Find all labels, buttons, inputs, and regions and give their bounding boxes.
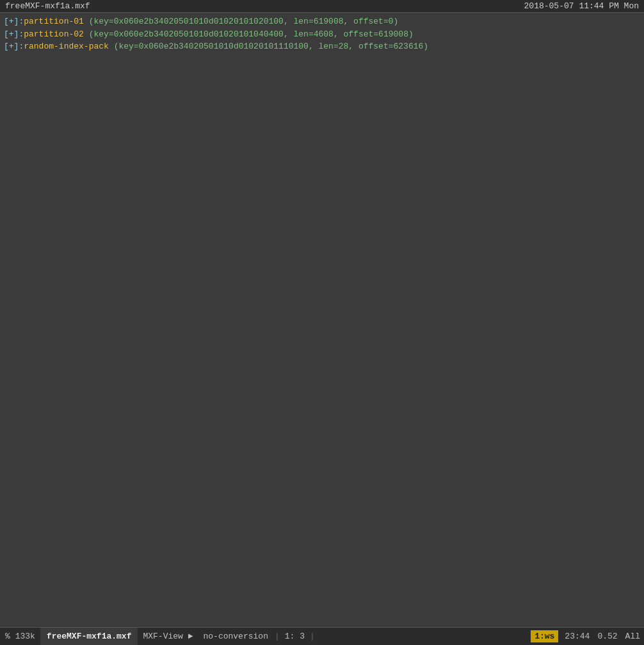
status-all: All bbox=[622, 632, 644, 641]
status-score: 0.52 bbox=[593, 632, 621, 641]
code-line: [+]:random-index-pack (key=0x060e2b34020… bbox=[4, 40, 640, 53]
line-prefix: [+] bbox=[4, 42, 19, 51]
line-params: (key=0x060e2b34020501010d01020101110100,… bbox=[109, 42, 428, 51]
main-content: [+]:partition-01 (key=0x060e2b3402050101… bbox=[0, 13, 644, 627]
status-bar: % 133k freeMXF-mxf1a.mxf MXF-View ► no-c… bbox=[0, 627, 644, 645]
line-key: partition-02 bbox=[24, 29, 84, 39]
line-params: (key=0x060e2b34020501010d01020101040400,… bbox=[84, 29, 414, 39]
status-time: 23:44 bbox=[561, 632, 593, 641]
line-params: (key=0x060e2b34020501010d01020101020100,… bbox=[84, 17, 398, 26]
status-ws: 1:ws bbox=[531, 630, 558, 642]
separator-1: | bbox=[273, 632, 281, 641]
code-line: [+]:partition-01 (key=0x060e2b3402050101… bbox=[4, 15, 640, 28]
title-filename: freeMXF-mxf1a.mxf bbox=[5, 1, 90, 11]
status-right: 1:ws 23:44 0.52 All bbox=[528, 630, 644, 642]
status-percent: % 133k bbox=[0, 628, 40, 645]
line-key: random-index-pack bbox=[24, 42, 109, 51]
status-no-conversion: no-conversion bbox=[198, 632, 273, 641]
line-key: partition-01 bbox=[24, 17, 84, 26]
status-position: 1: 3 bbox=[281, 632, 309, 641]
separator-2: | bbox=[309, 632, 316, 641]
line-prefix: [+] bbox=[4, 29, 19, 39]
title-bar: freeMXF-mxf1a.mxf 2018-05-07 11:44 PM Mo… bbox=[0, 0, 644, 13]
line-prefix: [+] bbox=[4, 17, 19, 26]
title-datetime: 2018-05-07 11:44 PM Mon bbox=[524, 1, 639, 11]
status-mode: MXF-View ► bbox=[138, 632, 198, 641]
status-filename: freeMXF-mxf1a.mxf bbox=[40, 628, 138, 645]
code-line: [+]:partition-02 (key=0x060e2b3402050101… bbox=[4, 28, 640, 41]
